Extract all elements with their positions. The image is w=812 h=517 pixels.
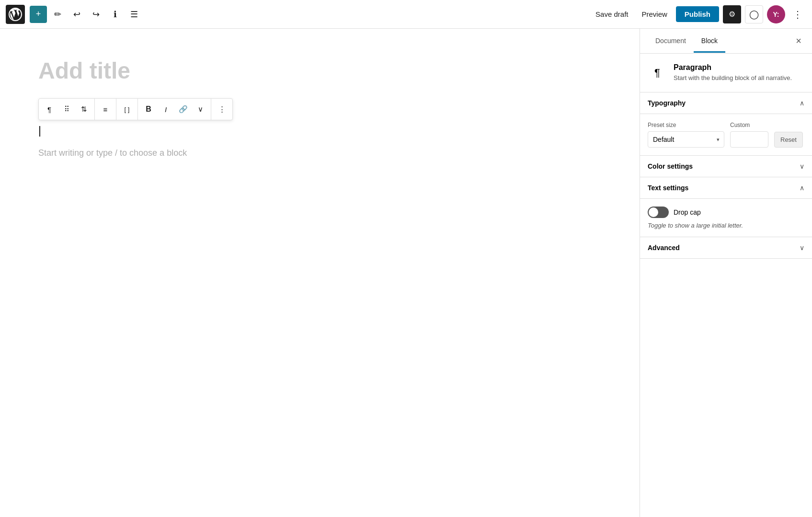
- list-icon: ☰: [130, 9, 138, 20]
- settings-button[interactable]: ⚙: [723, 5, 741, 23]
- typography-section-body: Preset size Default Small Normal Medium …: [640, 114, 812, 156]
- bold-icon: B: [146, 105, 151, 114]
- advanced-title: Advanced: [648, 244, 680, 252]
- color-settings-chevron-down-icon: ∨: [800, 162, 804, 170]
- toolbar-group-format: B I 🔗 ∨: [138, 99, 211, 120]
- preset-size-select[interactable]: Default Small Normal Medium Large Extra …: [648, 131, 724, 148]
- add-title[interactable]: Add title: [38, 57, 601, 84]
- sidebar-header: Document Block ×: [640, 29, 812, 54]
- color-settings-title: Color settings: [648, 162, 693, 170]
- block-type-icon: ¶: [648, 63, 667, 82]
- sidebar: Document Block × ¶ Paragraph Start with …: [640, 29, 812, 517]
- more-formats-button[interactable]: ∨: [192, 100, 209, 119]
- edit-button[interactable]: ✏: [49, 6, 66, 23]
- more-icon: ⋮: [793, 9, 802, 20]
- custom-size-label: Custom: [730, 122, 768, 128]
- custom-size-group: Custom: [730, 122, 768, 148]
- drop-cap-toggle[interactable]: [648, 207, 669, 218]
- toolbar-group-options: ⋮: [211, 99, 232, 120]
- drop-cap-row: Drop cap: [648, 207, 804, 218]
- bold-button[interactable]: B: [140, 100, 157, 119]
- publish-button[interactable]: Publish: [676, 6, 719, 22]
- drag-icon: ⠿: [64, 105, 69, 114]
- text-settings-section-body: Drop cap Toggle to show a large initial …: [640, 199, 812, 237]
- preset-size-label: Preset size: [648, 122, 724, 128]
- color-settings-section-header[interactable]: Color settings ∨: [640, 156, 812, 177]
- block-description: Paragraph Start with the building block …: [674, 63, 792, 82]
- preset-size-group: Preset size Default Small Normal Medium …: [648, 122, 724, 148]
- paragraph-block-icon: ¶: [654, 67, 660, 79]
- block-options-button[interactable]: ⋮: [213, 100, 230, 119]
- top-bar-right: Save draft Preview Publish ⚙ ◯ Y: ⋮: [591, 5, 806, 23]
- redo-button[interactable]: ↪: [87, 6, 104, 23]
- typography-section-header[interactable]: Typography ∧: [640, 92, 812, 114]
- block-toolbar: ¶ ⠿ ⇅ ≡ [ ] B: [38, 98, 233, 120]
- advanced-chevron-down-icon: ∨: [800, 244, 804, 252]
- wp-logo-icon: [9, 8, 22, 21]
- drag-handle-button[interactable]: ⠿: [58, 100, 75, 119]
- text-settings-chevron-up-icon: ∧: [800, 184, 804, 192]
- font-size-row: Preset size Default Small Normal Medium …: [648, 122, 804, 148]
- more-options-button[interactable]: ⋮: [789, 7, 806, 22]
- link-icon: 🔗: [179, 105, 188, 114]
- chevron-down-icon: ∨: [198, 105, 203, 114]
- wordpress-logo: [6, 5, 25, 24]
- gear-icon: ⚙: [729, 10, 735, 19]
- add-block-button[interactable]: +: [30, 6, 47, 23]
- custom-size-input[interactable]: [730, 131, 768, 148]
- editor-cursor-area[interactable]: [38, 126, 601, 138]
- drop-cap-label: Drop cap: [674, 208, 701, 216]
- block-info: ¶ Paragraph Start with the building bloc…: [640, 54, 812, 92]
- text-settings-section-header[interactable]: Text settings ∧: [640, 177, 812, 199]
- wide-icon: [ ]: [125, 106, 130, 113]
- save-draft-button[interactable]: Save draft: [591, 7, 633, 21]
- cursor: [39, 126, 40, 137]
- text-settings-title: Text settings: [648, 184, 688, 192]
- toolbar-group-wide: [ ]: [116, 99, 138, 120]
- typography-title: Typography: [648, 99, 686, 107]
- paragraph-icon: ¶: [47, 105, 51, 114]
- italic-button[interactable]: I: [157, 100, 174, 119]
- reset-font-size-button[interactable]: Reset: [774, 132, 803, 148]
- typography-chevron-up-icon: ∧: [800, 99, 804, 107]
- undo-icon: ↩: [73, 9, 80, 20]
- block-title: Paragraph: [674, 63, 792, 72]
- drop-cap-description: Toggle to show a large initial letter.: [648, 222, 804, 229]
- undo-button[interactable]: ↩: [68, 6, 85, 23]
- italic-icon: I: [165, 105, 167, 114]
- link-button[interactable]: 🔗: [174, 100, 192, 119]
- preset-select-wrap: Default Small Normal Medium Large Extra …: [648, 131, 724, 148]
- vertical-dots-icon: ⋮: [218, 105, 226, 114]
- preview-button[interactable]: Preview: [637, 7, 672, 21]
- yoast-icon[interactable]: Y:: [767, 5, 785, 23]
- redo-icon: ↪: [92, 9, 100, 20]
- move-icon: ⇅: [81, 105, 87, 114]
- editor-placeholder[interactable]: Start writing or type / to choose a bloc…: [38, 148, 601, 158]
- circle-icon: ◯: [749, 9, 759, 20]
- sidebar-close-button[interactable]: ×: [791, 34, 806, 49]
- align-button[interactable]: ≡: [97, 100, 114, 119]
- yoast-logo: Y:: [773, 11, 779, 18]
- list-view-button[interactable]: ☰: [126, 6, 143, 23]
- block-subtitle: Start with the building block of all nar…: [674, 74, 792, 82]
- tab-block[interactable]: Block: [694, 30, 725, 53]
- toggle-thumb: [649, 207, 658, 217]
- editor-area: Add title ¶ ⠿ ⇅ ≡ [ ]: [0, 29, 640, 517]
- top-bar: + ✏ ↩ ↪ ℹ ☰ Save draft Preview Publish ⚙…: [0, 0, 812, 29]
- circle-button[interactable]: ◯: [745, 5, 763, 23]
- main-layout: Add title ¶ ⠿ ⇅ ≡ [ ]: [0, 29, 812, 517]
- tab-document[interactable]: Document: [648, 30, 694, 53]
- move-button[interactable]: ⇅: [75, 100, 92, 119]
- info-button[interactable]: ℹ: [106, 6, 124, 23]
- pencil-icon: ✏: [54, 9, 61, 20]
- toolbar-group-type: ¶ ⠿ ⇅: [39, 99, 95, 120]
- toolbar-group-align: ≡: [95, 99, 116, 120]
- wide-button[interactable]: [ ]: [118, 100, 136, 119]
- info-icon: ℹ: [114, 9, 117, 20]
- paragraph-type-button[interactable]: ¶: [41, 100, 58, 119]
- advanced-section-header[interactable]: Advanced ∨: [640, 237, 812, 259]
- align-icon: ≡: [103, 105, 108, 114]
